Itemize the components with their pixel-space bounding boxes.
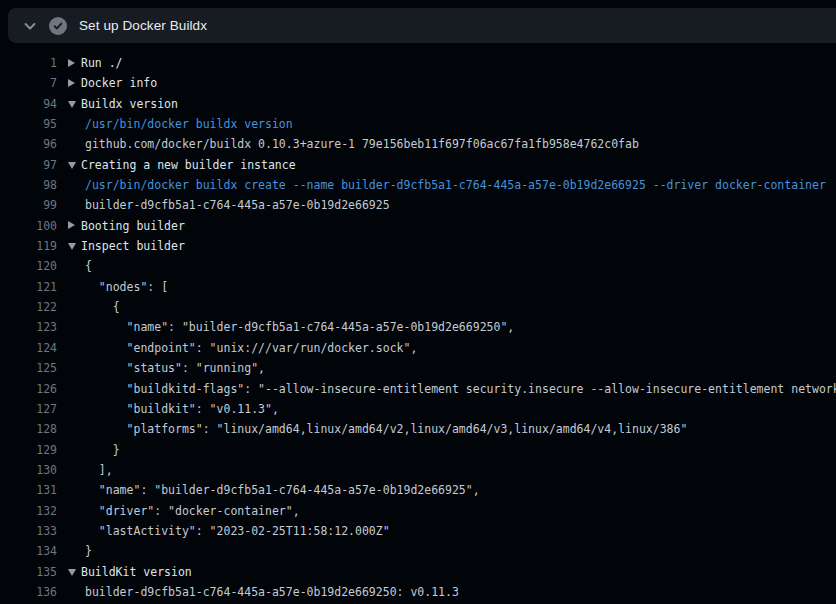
line-number[interactable]: 134 <box>0 541 57 561</box>
log-text: "lastActivity": "2023-02-25T11:58:12.000… <box>85 521 390 541</box>
actions-log-viewer: Set up Docker Buildx 1 Run ./ 7 Docker i… <box>0 0 836 604</box>
line-number[interactable]: 127 <box>0 399 57 419</box>
line-number[interactable]: 126 <box>0 379 57 399</box>
line-number[interactable]: 1 <box>0 53 57 73</box>
log-line: 120 { <box>0 256 836 276</box>
step-title: Set up Docker Buildx <box>79 18 207 33</box>
log-line: 122 { <box>0 297 836 317</box>
log-line: 132 "driver": "docker-container", <box>0 501 836 521</box>
log-text[interactable]: Creating a new builder instance <box>81 155 296 175</box>
step-header-bar[interactable]: Set up Docker Buildx <box>8 8 836 43</box>
log-text: { <box>85 297 120 317</box>
group-toggle-triangle-icon[interactable] <box>68 221 75 229</box>
log-line: 128 "platforms": "linux/amd64,linux/amd6… <box>0 419 836 439</box>
line-number[interactable]: 131 <box>0 480 57 500</box>
log-text: } <box>85 440 120 460</box>
log-line: 136 builder-d9cfb5a1-c764-445a-a57e-0b19… <box>0 582 836 602</box>
log-text: /usr/bin/docker buildx version <box>85 114 293 134</box>
group-toggle-triangle-icon[interactable] <box>68 243 76 250</box>
log-line: 130 ], <box>0 460 836 480</box>
line-number[interactable]: 130 <box>0 460 57 480</box>
check-circle-icon <box>49 17 67 35</box>
line-number[interactable]: 125 <box>0 358 57 378</box>
log-line: 99 builder-d9cfb5a1-c764-445a-a57e-0b19d… <box>0 195 836 215</box>
log-line: 127 "buildkit": "v0.11.3", <box>0 399 836 419</box>
log-text: "buildkit": "v0.11.3", <box>85 399 279 419</box>
log-text[interactable]: Run ./ <box>81 53 123 73</box>
group-toggle-triangle-icon[interactable] <box>68 59 75 67</box>
line-number[interactable]: 119 <box>0 236 57 256</box>
group-toggle-triangle-icon[interactable] <box>68 101 76 108</box>
log-text: "buildkitd-flags": "--allow-insecure-ent… <box>85 379 836 399</box>
log-line: 125 "status": "running", <box>0 358 836 378</box>
log-line: 95 /usr/bin/docker buildx version <box>0 114 836 134</box>
line-number[interactable]: 123 <box>0 317 57 337</box>
line-number[interactable]: 124 <box>0 338 57 358</box>
log-line[interactable]: 100 Booting builder <box>0 216 836 236</box>
group-toggle-triangle-icon[interactable] <box>68 569 76 576</box>
log-line: 131 "name": "builder-d9cfb5a1-c764-445a-… <box>0 480 836 500</box>
log-line[interactable]: 94 Buildx version <box>0 94 836 114</box>
line-number[interactable]: 129 <box>0 440 57 460</box>
log-text: "driver": "docker-container", <box>85 501 300 521</box>
log-text[interactable]: Booting builder <box>81 216 185 236</box>
log-line: 134 } <box>0 541 836 561</box>
line-number[interactable]: 128 <box>0 419 57 439</box>
log-text: builder-d9cfb5a1-c764-445a-a57e-0b19d2e6… <box>85 195 390 215</box>
line-number[interactable]: 135 <box>0 562 57 582</box>
log-text: "name": "builder-d9cfb5a1-c764-445a-a57e… <box>85 317 514 337</box>
line-number[interactable]: 7 <box>0 73 57 93</box>
log-text[interactable]: BuildKit version <box>81 562 192 582</box>
line-number[interactable]: 99 <box>0 195 57 215</box>
line-number[interactable]: 133 <box>0 521 57 541</box>
log-line: 133 "lastActivity": "2023-02-25T11:58:12… <box>0 521 836 541</box>
line-number[interactable]: 100 <box>0 216 57 236</box>
log-text: } <box>85 541 92 561</box>
log-line[interactable]: 97 Creating a new builder instance <box>0 155 836 175</box>
log-text[interactable]: Buildx version <box>81 94 178 114</box>
log-text: "nodes": [ <box>85 277 168 297</box>
log-text: "status": "running", <box>85 358 265 378</box>
log-text: "platforms": "linux/amd64,linux/amd64/v2… <box>85 419 687 439</box>
log-line[interactable]: 135 BuildKit version <box>0 562 836 582</box>
line-number[interactable]: 122 <box>0 297 57 317</box>
log-line: 96 github.com/docker/buildx 0.10.3+azure… <box>0 134 836 154</box>
line-number[interactable]: 96 <box>0 134 57 154</box>
log-line: 123 "name": "builder-d9cfb5a1-c764-445a-… <box>0 317 836 337</box>
line-number[interactable]: 97 <box>0 155 57 175</box>
log-line[interactable]: 119 Inspect builder <box>0 236 836 256</box>
line-number[interactable]: 136 <box>0 582 57 602</box>
line-number[interactable]: 94 <box>0 94 57 114</box>
log-text: "endpoint": "unix:///var/run/docker.sock… <box>85 338 417 358</box>
line-number[interactable]: 98 <box>0 175 57 195</box>
group-toggle-triangle-icon[interactable] <box>68 162 76 169</box>
log-line: 126 "buildkitd-flags": "--allow-insecure… <box>0 379 836 399</box>
line-number[interactable]: 132 <box>0 501 57 521</box>
log-line[interactable]: 1 Run ./ <box>0 53 836 73</box>
log-line: 121 "nodes": [ <box>0 277 836 297</box>
log-line[interactable]: 7 Docker info <box>0 73 836 93</box>
log-text[interactable]: Inspect builder <box>81 236 185 256</box>
log-text: ], <box>85 460 113 480</box>
log-text: /usr/bin/docker buildx create --name bui… <box>85 175 826 195</box>
line-number[interactable]: 121 <box>0 277 57 297</box>
log-text: "name": "builder-d9cfb5a1-c764-445a-a57e… <box>85 480 480 500</box>
line-number[interactable]: 120 <box>0 256 57 276</box>
log-text: builder-d9cfb5a1-c764-445a-a57e-0b19d2e6… <box>85 582 459 602</box>
log-output: 1 Run ./ 7 Docker info 94 Buildx version… <box>0 53 836 602</box>
line-number[interactable]: 95 <box>0 114 57 134</box>
log-text: { <box>85 256 92 276</box>
log-line: 98 /usr/bin/docker buildx create --name … <box>0 175 836 195</box>
group-toggle-triangle-icon[interactable] <box>68 79 75 87</box>
log-line: 124 "endpoint": "unix:///var/run/docker.… <box>0 338 836 358</box>
log-text[interactable]: Docker info <box>81 73 157 93</box>
log-line: 129 } <box>0 440 836 460</box>
log-text: github.com/docker/buildx 0.10.3+azure-1 … <box>85 134 639 154</box>
chevron-down-icon[interactable] <box>22 18 38 34</box>
